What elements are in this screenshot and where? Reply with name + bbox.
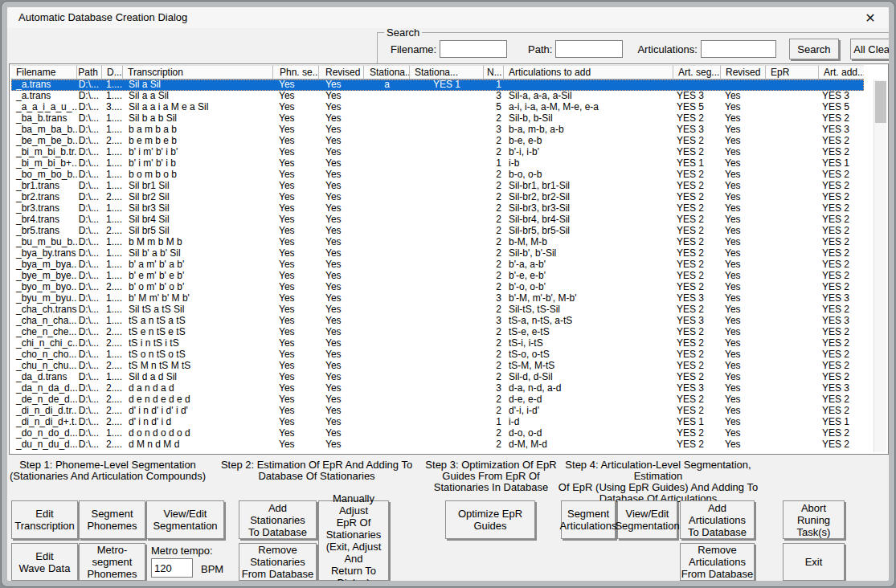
cell: _a_a_i_a_u_... xyxy=(11,102,77,113)
cell xyxy=(766,147,819,158)
file-table[interactable]: FilenamePathD...TranscriptionPhn. se...R… xyxy=(9,63,889,455)
column-header[interactable]: Revised xyxy=(721,65,766,80)
table-row[interactable]: _be_m_be_b....D:\...2....b e m b e bYesY… xyxy=(11,136,864,147)
table-row[interactable]: _a.transD:\...1....Sil a SilYesYesaYES 1… xyxy=(11,80,864,91)
table-row[interactable]: _br3.transD:\...1....Sil br3 SilYesYes2S… xyxy=(11,203,864,214)
cell: 2 xyxy=(484,349,504,361)
table-row[interactable]: _cha_n_cha...D:\...1....tS a n tS a tSYe… xyxy=(11,316,864,327)
table-row[interactable]: _br4.transD:\...1....Sil br4 SilYesYes2S… xyxy=(11,214,864,226)
table-row[interactable]: _ba_m_ba_b....D:\...1....b a m b a bYesY… xyxy=(11,125,864,136)
table-row[interactable]: _a_a_i_a_u_...D:\...3....Sil a a i a M e… xyxy=(11,102,864,113)
cell xyxy=(364,169,410,181)
table-row[interactable]: _da_n_da_d....D:\...2....d a n d a dYesY… xyxy=(11,383,864,394)
column-header[interactable]: Articulations to add xyxy=(504,65,673,80)
remove-articulations-button[interactable]: Remove Articulations From Database xyxy=(680,543,755,581)
cell: D:\... xyxy=(77,304,102,316)
scrollbar-thumb[interactable] xyxy=(875,81,886,123)
column-header[interactable]: Phn. se... xyxy=(273,65,319,80)
column-header[interactable]: EpR xyxy=(766,65,819,80)
path-input[interactable] xyxy=(555,40,623,58)
edit-transcription-button[interactable]: Edit Transcription xyxy=(11,500,78,539)
cell: 3 xyxy=(484,293,504,304)
column-header[interactable]: Art. seg... xyxy=(673,65,721,80)
table-row[interactable]: _da_d.transD:\...1....Sil d a d SilYesYe… xyxy=(11,372,864,383)
all-clear-button[interactable]: All Clear xyxy=(850,39,889,59)
cell: Sil-tS, tS-Sil xyxy=(504,304,673,316)
cell: YES 2 xyxy=(819,147,864,158)
column-header[interactable]: Filename xyxy=(11,65,77,80)
table-row[interactable]: _bya_by.transD:\...1....Sil b' a b' SilY… xyxy=(11,248,864,259)
table-row[interactable]: _a.transD:\...1....Sil a a SilYesYes3Sil… xyxy=(11,91,864,102)
column-header[interactable]: D... xyxy=(102,65,123,80)
cell: YES 2 xyxy=(819,428,864,439)
cell: YES 2 xyxy=(819,203,864,214)
table-row[interactable]: _do_n_do_d....D:\...1....d o n d o d o d… xyxy=(11,428,864,439)
table-row[interactable]: _de_n_de_d....D:\...2....d e n d e d e d… xyxy=(11,394,864,406)
table-row[interactable]: _byu_m_byu...D:\...1....b' M m' b' M b'Y… xyxy=(11,293,864,304)
view-edit-segmentation-button-1[interactable]: View/Edit Segmentation xyxy=(146,500,224,539)
table-row[interactable]: _chu_n_chu...D:\...2....tS M n tS M tSYe… xyxy=(11,361,864,372)
cell: YES 1 xyxy=(673,158,721,169)
table-row[interactable]: _bya_m_bya...D:\...1....b' a m' b' a b'Y… xyxy=(11,259,864,271)
table-row[interactable]: _cha_ch.transD:\...1....Sil tS a tS SilY… xyxy=(11,304,864,316)
column-header[interactable]: Transcription xyxy=(123,65,273,80)
filename-input[interactable] xyxy=(440,40,507,58)
close-icon[interactable]: ✕ xyxy=(861,9,879,27)
vertical-scrollbar[interactable] xyxy=(873,80,886,452)
cell xyxy=(364,372,410,383)
table-row[interactable]: _cho_n_cho...D:\...1....tS o n tS o tSYe… xyxy=(11,349,864,361)
table-row[interactable]: _ba_b.transD:\...1....Sil b a b SilYesYe… xyxy=(11,113,864,125)
table-row[interactable]: _bye_m_bye...D:\...1....b' e m' b' e b'Y… xyxy=(11,271,864,282)
table-row[interactable]: _du_n_du_d....D:\...2....d M n d M dYesY… xyxy=(11,439,864,451)
column-header[interactable]: Stationa... xyxy=(410,65,484,80)
table-row[interactable]: _br1.transD:\...1....Sil br1 SilYesYes2S… xyxy=(11,181,864,192)
table-row[interactable]: _bi_m_bi_b+....D:\...1....b' i m' b' i b… xyxy=(11,158,864,169)
column-header[interactable]: Revised xyxy=(319,65,364,80)
table-row[interactable]: _bi_m_bi_b.tr...D:\...1....b' i m' b' i … xyxy=(11,147,864,158)
table-row[interactable]: _che_n_che...D:\...2....tS e n tS e tSYe… xyxy=(11,327,864,338)
cell xyxy=(364,102,410,113)
cell xyxy=(410,113,484,125)
column-header[interactable]: Path xyxy=(77,65,102,80)
cell: Yes xyxy=(721,203,766,214)
table-row[interactable]: _bo_m_bo_b...D:\...1....b o m b o bYesYe… xyxy=(11,169,864,181)
cell: Yes xyxy=(319,158,364,169)
table-row[interactable]: _br5.transD:\...2....Sil br5 SilYesYes2S… xyxy=(11,226,864,237)
metro-tempo-input[interactable] xyxy=(151,558,193,578)
exit-button[interactable]: Exit xyxy=(783,543,845,581)
cell: Yes xyxy=(721,248,766,259)
cell: Sil tS a tS Sil xyxy=(123,304,273,316)
dialog-window: Automatic Database Creation Dialog ✕ Sea… xyxy=(1,1,895,587)
search-button[interactable]: Search xyxy=(789,39,839,59)
add-articulations-button[interactable]: Add Articulations To Database xyxy=(680,500,755,539)
abort-running-tasks-button[interactable]: Abort Runing Task(s) xyxy=(783,500,845,539)
cell: Yes xyxy=(319,293,364,304)
remove-stationaries-button[interactable]: Remove Stationaries From Database xyxy=(239,543,317,581)
table-row[interactable]: _byo_m_byo...D:\...2....b' o m' b' o b'Y… xyxy=(11,282,864,293)
column-header[interactable]: Stationa... xyxy=(364,65,410,80)
metro-segment-phonemes-button[interactable]: Metro-segment Phonemes xyxy=(79,543,145,581)
articulations-input[interactable] xyxy=(701,40,776,58)
title-bar[interactable]: Automatic Database Creation Dialog ✕ xyxy=(7,7,889,28)
cell: Yes xyxy=(273,248,319,259)
table-row[interactable]: _br2.transD:\...2....Sil br2 SilYesYes2S… xyxy=(11,192,864,203)
cell: YES 2 xyxy=(673,349,721,361)
edit-wave-data-button[interactable]: Edit Wave Data xyxy=(11,543,78,581)
cell: _bi_m_bi_b+.... xyxy=(11,158,77,169)
add-stationaries-button[interactable]: Add Stationaries To Database xyxy=(239,500,317,539)
view-edit-segmentation-button-2[interactable]: View/Edit Segmentation xyxy=(617,500,677,539)
table-row[interactable]: _di_n_di_d.tr...D:\...2....d' i n d' i d… xyxy=(11,406,864,417)
table-row[interactable]: _bu_m_bu_b....D:\...1....b M m b M bYesY… xyxy=(11,237,864,248)
cell: d' i n d' i d' i d' xyxy=(123,406,273,417)
column-header[interactable]: N... xyxy=(484,65,504,80)
segment-phonemes-button[interactable]: Segment Phonemes xyxy=(79,500,145,539)
optimize-epr-guides-button[interactable]: Optimize EpR Guides xyxy=(445,500,535,539)
table-row[interactable]: _chi_n_chi_c...D:\...2....tS i n tS i tS… xyxy=(11,338,864,349)
segment-articulations-button[interactable]: Segment Articulations xyxy=(561,500,616,539)
cell: YES 2 xyxy=(673,361,721,372)
cell: D:\... xyxy=(77,383,102,394)
cell xyxy=(766,439,819,451)
table-row[interactable]: _di_n_di_d+.t...D:\...2....d' i n d' i d… xyxy=(11,417,864,428)
manually-adjust-epr-button[interactable]: Manually Adjust EpR Of Stationaries (Exi… xyxy=(318,500,389,581)
column-header[interactable]: Art. add... xyxy=(819,65,864,80)
